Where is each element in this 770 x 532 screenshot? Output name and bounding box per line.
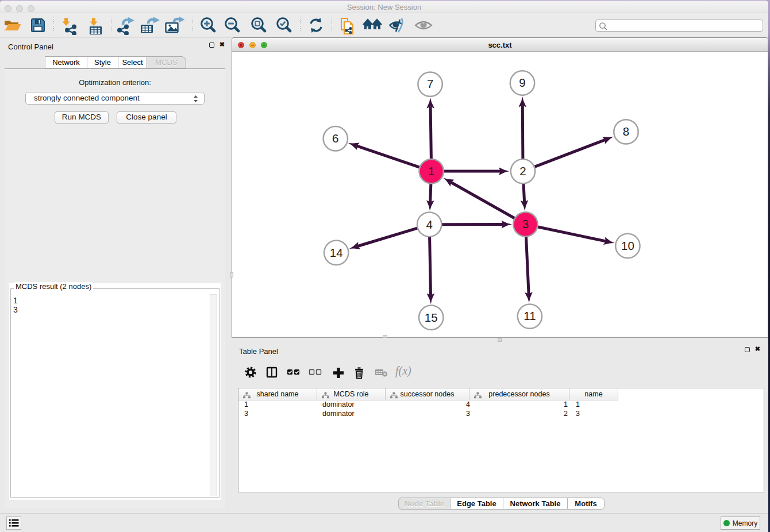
svg-text:6: 6 [332,132,338,145]
svg-text:4: 4 [426,218,432,231]
svg-text:11: 11 [523,309,536,322]
svg-text:10: 10 [621,239,634,252]
svg-text:15: 15 [425,311,438,324]
svg-text:3: 3 [522,217,529,230]
svg-text:14: 14 [330,246,343,259]
svg-text:7: 7 [427,77,433,90]
svg-text:1: 1 [428,164,434,178]
svg-text:8: 8 [623,125,629,138]
svg-text:2: 2 [519,164,526,178]
svg-text:9: 9 [519,76,525,89]
